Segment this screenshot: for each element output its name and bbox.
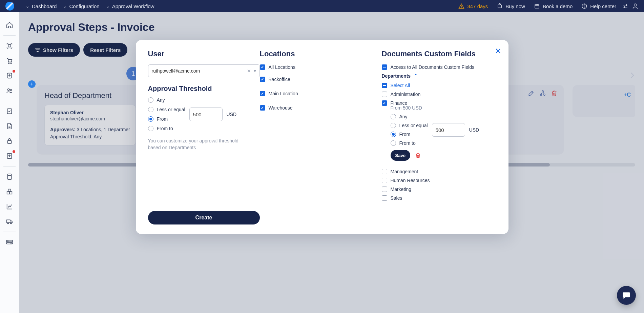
help-center-label: Help center: [590, 3, 616, 9]
svg-point-6: [624, 7, 625, 8]
modal-col-docs: Documents Custom Fields Access to All Do…: [382, 50, 496, 201]
trial-days-label: 347 days: [467, 3, 488, 9]
threshold-radio-from[interactable]: From: [148, 116, 185, 122]
top-bar: ⌄ Dashboard ⌄ Configuration ⌄ Approval W…: [0, 0, 644, 12]
location-check-all[interactable]: ✓All Locations: [260, 64, 382, 70]
dept-check-management[interactable]: Management: [382, 169, 496, 174]
finance-threshold-group: Any Less or equal From From to USD: [391, 114, 496, 146]
threshold-radio-from-to[interactable]: From to: [148, 126, 185, 131]
svg-rect-18: [7, 192, 9, 194]
svg-rect-8: [8, 44, 11, 47]
nav-truck-icon[interactable]: [3, 215, 16, 228]
dept-check-administration[interactable]: Administration: [382, 92, 496, 97]
buy-now-label: Buy now: [505, 3, 525, 9]
svg-point-25: [8, 241, 8, 241]
docs-access-all[interactable]: Access to All Documents Custom Fields: [382, 64, 496, 70]
svg-rect-24: [6, 242, 13, 244]
chevron-down-icon[interactable]: ▾: [254, 68, 256, 74]
chat-widget[interactable]: [617, 286, 636, 305]
finance-value-input[interactable]: [432, 123, 465, 137]
nav-divider: [3, 232, 16, 232]
profile-icon[interactable]: [632, 3, 639, 9]
help-center-link[interactable]: Help center: [581, 3, 616, 9]
svg-point-10: [11, 63, 12, 64]
fin-radio-any[interactable]: Any: [391, 114, 428, 119]
finance-save-button[interactable]: Save: [391, 150, 410, 161]
dept-check-hr[interactable]: Human Resources: [382, 178, 496, 183]
fin-radio-from-to[interactable]: From to: [391, 140, 428, 146]
app-logo[interactable]: [0, 0, 19, 12]
fin-radio-less-equal[interactable]: Less or equal: [391, 123, 428, 128]
threshold-group: Any Less or equal From From to USD: [148, 97, 260, 131]
svg-point-26: [11, 243, 12, 243]
chevron-down-icon: ⌄: [25, 3, 30, 9]
nav-home-icon[interactable]: [3, 18, 16, 32]
nav-calc-icon[interactable]: [3, 170, 16, 183]
cart-icon: [497, 3, 503, 9]
close-icon[interactable]: ✕: [495, 47, 501, 56]
dept-check-marketing[interactable]: Marketing: [382, 187, 496, 192]
threshold-hint: You can customize your approval threshol…: [148, 137, 250, 151]
finance-delete-icon[interactable]: [415, 152, 421, 158]
create-button[interactable]: Create: [148, 211, 260, 224]
nav-send-icon[interactable]: [3, 149, 16, 163]
svg-point-0: [461, 7, 462, 8]
threshold-currency: USD: [227, 112, 237, 117]
clear-icon[interactable]: ✕: [247, 68, 251, 74]
nav-divider: [3, 35, 16, 36]
chevron-up-icon: ˄: [415, 73, 417, 79]
breadcrumb-dashboard[interactable]: ⌄ Dashboard: [25, 3, 57, 9]
location-check-main[interactable]: ✓Main Location: [260, 91, 382, 96]
left-sidebar: [0, 12, 19, 313]
modal-col-locations: Locations ✓All Locations ✓Backoffice ✓Ma…: [260, 50, 382, 201]
calendar-icon: [534, 3, 540, 9]
add-step-button[interactable]: +: [28, 80, 36, 88]
breadcrumb-label: Configuration: [69, 3, 99, 9]
book-demo-link[interactable]: Book a demo: [534, 3, 573, 9]
nav-inventory-icon[interactable]: [3, 185, 16, 198]
svg-rect-17: [8, 174, 12, 180]
breadcrumb-label: Approval Workflow: [112, 3, 154, 9]
dept-check-sales[interactable]: Sales: [382, 195, 496, 201]
svg-point-7: [634, 4, 637, 6]
location-check-backoffice[interactable]: ✓Backoffice: [260, 77, 382, 82]
nav-receive-icon[interactable]: [3, 69, 16, 82]
create-label: Create: [195, 215, 212, 221]
location-check-warehouse[interactable]: ✓Warehouse: [260, 105, 382, 111]
warning-icon: [458, 3, 464, 9]
trial-days-remaining[interactable]: 347 days: [458, 3, 488, 9]
finance-actions: Save: [391, 150, 496, 161]
threshold-value-input[interactable]: [189, 107, 223, 121]
threshold-radio-less-equal[interactable]: Less or equal: [148, 107, 185, 112]
svg-point-12: [8, 89, 10, 91]
finance-subtext: From 500 USD: [391, 105, 496, 111]
nav-divider: [3, 101, 16, 101]
settings-icon[interactable]: [622, 3, 628, 9]
buy-now-link[interactable]: Buy now: [497, 3, 525, 9]
nav-team-icon[interactable]: [3, 84, 16, 97]
next-step-arrow[interactable]: [628, 71, 637, 80]
nav-chart-icon[interactable]: [3, 200, 16, 213]
fin-radio-from[interactable]: From: [391, 132, 428, 137]
nav-approvals-icon[interactable]: [3, 104, 16, 118]
nav-cart-icon[interactable]: [3, 54, 16, 67]
svg-point-22: [11, 223, 12, 224]
nav-docs-icon[interactable]: [3, 119, 16, 133]
departments-toggle[interactable]: Departments ˄: [382, 73, 496, 79]
book-demo-label: Book a demo: [543, 3, 573, 9]
nav-lock-icon[interactable]: [3, 134, 16, 148]
threshold-radio-any[interactable]: Any: [148, 97, 185, 103]
threshold-heading: Approval Threshold: [148, 85, 260, 93]
modal-col-user: User ruthpowell@acme.com ✕ ▾ Approval Th…: [148, 50, 260, 201]
svg-rect-1: [498, 5, 502, 8]
svg-rect-19: [10, 192, 12, 194]
breadcrumb-configuration[interactable]: ⌄ Configuration: [63, 3, 99, 9]
nav-scan-icon[interactable]: [3, 39, 16, 53]
svg-point-9: [8, 63, 9, 64]
dept-select-all[interactable]: Select All: [382, 83, 496, 88]
svg-point-4: [584, 7, 585, 8]
nav-settings-icon[interactable]: [3, 235, 16, 249]
svg-point-13: [10, 90, 12, 91]
breadcrumb-approval-workflow[interactable]: ⌄ Approval Workflow: [106, 3, 154, 9]
user-select[interactable]: ruthpowell@acme.com ✕ ▾: [148, 64, 260, 77]
